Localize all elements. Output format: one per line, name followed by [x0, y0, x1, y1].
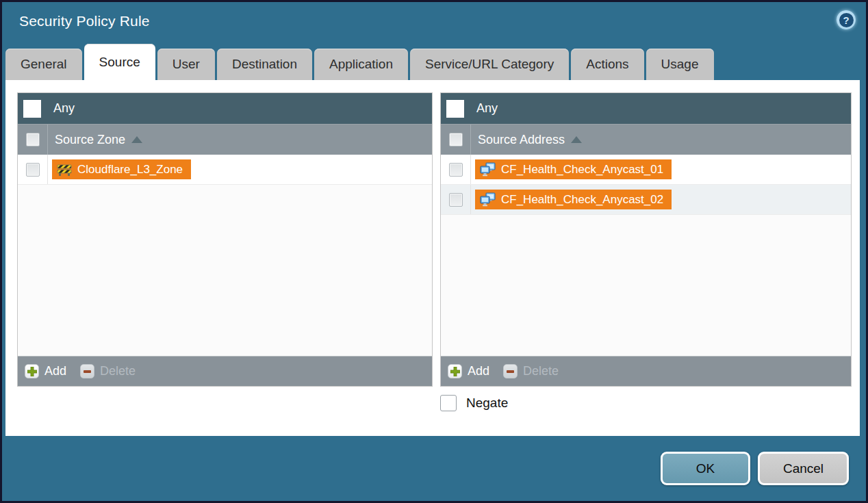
sort-ascending-icon: [571, 136, 582, 143]
tab-source[interactable]: Source: [84, 44, 155, 80]
source-zone-any-label: Any: [53, 101, 75, 116]
negate-row: Negate: [440, 395, 508, 411]
row-checkbox[interactable]: [26, 163, 40, 177]
source-address-list: CF_Health_Check_Anycast_01 CF_Health_Che…: [441, 155, 851, 356]
tab-usage[interactable]: Usage: [646, 49, 714, 80]
tab-user[interactable]: User: [157, 49, 215, 80]
address-name: CF_Health_Check_Anycast_01: [501, 163, 663, 177]
source-zone-select-all-checkbox[interactable]: [26, 133, 40, 146]
tab-service-url-category[interactable]: Service/URL Category: [410, 49, 569, 80]
cancel-button[interactable]: Cancel: [758, 452, 849, 485]
address-icon: [480, 162, 496, 177]
row-checkbox-cell: [18, 155, 48, 184]
zone-tag[interactable]: Cloudflare_L3_Zone: [52, 159, 191, 179]
row-checkbox-cell: [441, 155, 471, 184]
source-address-panel: Any Source Address CF_Health_Check_Anyca…: [440, 92, 852, 387]
table-row[interactable]: CF_Health_Check_Anycast_01: [441, 155, 851, 185]
tab-actions[interactable]: Actions: [571, 49, 643, 80]
tab-bar: General Source User Destination Applicat…: [5, 44, 714, 80]
tab-general[interactable]: General: [5, 49, 82, 80]
zone-name: Cloudflare_L3_Zone: [77, 163, 183, 177]
tab-destination[interactable]: Destination: [217, 49, 312, 80]
source-zone-list: Cloudflare_L3_Zone: [18, 155, 432, 356]
table-row[interactable]: Cloudflare_L3_Zone: [18, 155, 432, 185]
row-checkbox-cell: [441, 185, 471, 214]
add-button[interactable]: Add: [448, 364, 489, 378]
source-zone-panel: Any Source Zone Cloudflare_L3_Zone: [17, 92, 433, 387]
delete-button[interactable]: Delete: [503, 364, 559, 378]
security-policy-rule-dialog: Security Policy Rule ? General Source Us…: [0, 0, 868, 503]
dialog-button-row: OK Cancel: [661, 452, 849, 485]
source-address-any-label: Any: [476, 101, 498, 116]
source-zone-any-checkbox[interactable]: [23, 100, 41, 118]
tab-content-source: Any Source Zone Cloudflare_L3_Zone: [5, 80, 860, 436]
ok-button[interactable]: OK: [661, 452, 750, 485]
address-tag[interactable]: CF_Health_Check_Anycast_02: [475, 190, 672, 209]
source-zone-any-header: Any: [18, 93, 432, 124]
row-checkbox[interactable]: [449, 193, 463, 207]
title-bar: Security Policy Rule ?: [2, 2, 866, 44]
delete-minus-icon: [503, 364, 518, 378]
select-all-cell: [18, 125, 48, 155]
source-address-any-checkbox[interactable]: [446, 100, 464, 118]
sort-ascending-icon: [131, 136, 142, 143]
source-address-select-all-checkbox[interactable]: [449, 133, 463, 146]
address-tag[interactable]: CF_Health_Check_Anycast_01: [475, 159, 672, 179]
address-name: CF_Health_Check_Anycast_02: [501, 193, 663, 207]
address-icon: [480, 192, 496, 207]
source-address-any-header: Any: [441, 93, 851, 124]
help-icon[interactable]: ?: [837, 10, 856, 29]
negate-label: Negate: [466, 396, 508, 411]
add-button[interactable]: Add: [25, 364, 66, 378]
source-zone-footer: Add Delete: [18, 356, 432, 386]
dialog-title: Security Policy Rule: [19, 13, 150, 29]
row-checkbox[interactable]: [449, 163, 463, 177]
select-all-cell: [441, 125, 471, 155]
table-row[interactable]: CF_Health_Check_Anycast_02: [441, 185, 851, 215]
source-zone-column-header[interactable]: Source Zone: [18, 124, 432, 155]
add-plus-icon: [448, 364, 462, 378]
source-address-column-title: Source Address: [478, 133, 565, 147]
source-zone-column-title: Source Zone: [55, 133, 125, 147]
source-address-column-header[interactable]: Source Address: [441, 124, 851, 155]
add-plus-icon: [25, 364, 39, 378]
negate-checkbox[interactable]: [440, 395, 457, 411]
delete-button[interactable]: Delete: [80, 364, 136, 378]
zone-icon: [57, 163, 72, 177]
source-address-footer: Add Delete: [441, 356, 851, 386]
tab-application[interactable]: Application: [314, 49, 408, 80]
delete-minus-icon: [80, 364, 94, 378]
